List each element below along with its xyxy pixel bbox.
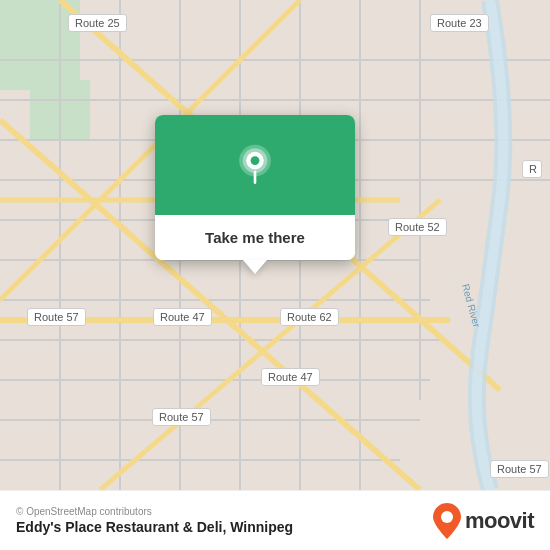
moovit-text: moovit (465, 508, 534, 534)
route-label-52[interactable]: Route 52 (388, 218, 447, 236)
svg-point-32 (441, 511, 453, 523)
popup-tail (243, 260, 267, 274)
location-pin-icon (233, 143, 277, 187)
route-label-57-mid[interactable]: Route 57 (152, 408, 211, 426)
route-label-25[interactable]: Route 25 (68, 14, 127, 32)
bottom-left: © OpenStreetMap contributors Eddy's Plac… (16, 506, 293, 535)
route-label-62[interactable]: Route 62 (280, 308, 339, 326)
route-label-23[interactable]: Route 23 (430, 14, 489, 32)
attribution: © OpenStreetMap contributors (16, 506, 293, 517)
bottom-bar: © OpenStreetMap contributors Eddy's Plac… (0, 490, 550, 550)
svg-rect-1 (0, 0, 80, 90)
route-label-57-right[interactable]: Route 57 (490, 460, 549, 478)
popup-card: Take me there (155, 115, 355, 260)
route-label-r[interactable]: R (522, 160, 542, 178)
take-me-there-button[interactable]: Take me there (155, 215, 355, 260)
route-label-57-left[interactable]: Route 57 (27, 308, 86, 326)
popup-header (155, 115, 355, 215)
route-label-47-left[interactable]: Route 47 (153, 308, 212, 326)
svg-point-31 (251, 156, 260, 165)
map-container: Red River Route 25 Route 23 Route 57 Rou… (0, 0, 550, 490)
moovit-pin-icon (433, 503, 461, 539)
route-label-47-right[interactable]: Route 47 (261, 368, 320, 386)
place-name: Eddy's Place Restaurant & Deli, Winnipeg (16, 519, 293, 535)
moovit-logo[interactable]: moovit (433, 503, 534, 539)
